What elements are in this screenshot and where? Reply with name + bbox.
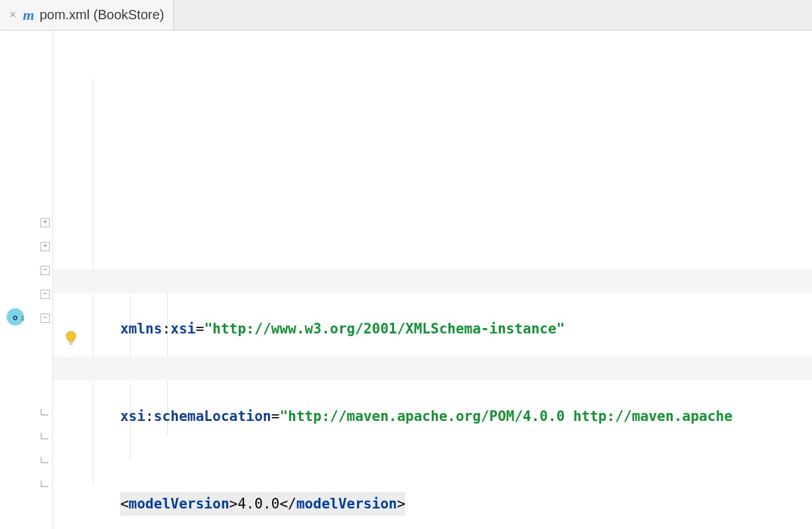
tab-title: pom.xml (BookStore) [40,7,165,23]
fold-end-icon[interactable] [40,408,50,418]
fold-end-icon[interactable] [40,480,50,489]
maven-file-icon: m [23,8,34,23]
code-line: xmlns:xsi="http://www.w3.org/2001/XMLSch… [53,269,812,293]
editor-gutter[interactable]: o ↓ [0,30,53,529]
fold-collapse-icon[interactable] [40,290,50,299]
fold-expand-icon[interactable] [40,242,50,251]
tab-strip: × m pom.xml (BookStore) [0,0,812,30]
editor-area: o ↓ xmlns:xsi="http://www.w3.org/2001/XM… [0,30,812,529]
fold-collapse-icon[interactable] [40,266,50,275]
code-line: <modelVersion>4.0.0</modelVersion> [53,444,812,468]
close-icon[interactable]: × [9,8,17,22]
fold-end-icon[interactable] [40,432,50,441]
code-view[interactable]: xmlns:xsi="http://www.w3.org/2001/XMLSch… [53,30,812,529]
download-arrow-icon: ↓ [20,312,25,323]
code-line: xsi:schemaLocation="http://maven.apache.… [53,357,812,381]
file-tab[interactable]: × m pom.xml (BookStore) [0,0,174,30]
fold-expand-icon[interactable] [40,218,50,227]
fold-collapse-icon[interactable] [40,314,50,323]
fold-end-icon[interactable] [40,456,50,465]
